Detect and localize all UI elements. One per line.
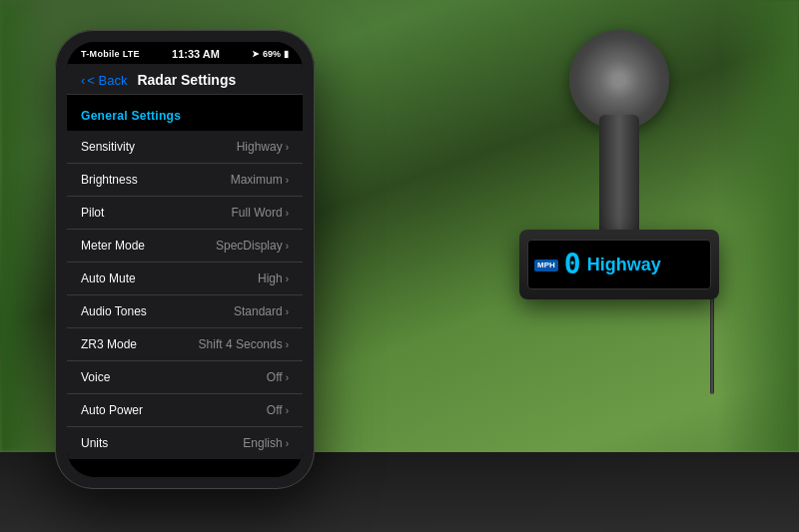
auto-power-label: Auto Power	[81, 403, 143, 417]
brightness-label: Brightness	[81, 173, 138, 187]
phone: T-Mobile LTE 11:33 AM ➤ 69% ▮ ‹ < Back R…	[55, 30, 315, 489]
settings-row-meter-mode[interactable]: Meter Mode SpecDisplay ›	[67, 230, 303, 263]
settings-row-zr3-mode[interactable]: ZR3 Mode Shift 4 Seconds ›	[67, 328, 303, 361]
chevron-icon: ›	[286, 306, 289, 317]
brightness-value: Maximum ›	[231, 173, 289, 187]
zr3-mode-value: Shift 4 Seconds ›	[199, 337, 289, 351]
mph-badge: MPH	[534, 260, 558, 271]
chevron-icon: ›	[286, 405, 289, 416]
battery-area: ➤ 69% ▮	[252, 49, 289, 59]
sensitivity-value: Highway ›	[237, 140, 289, 154]
time-label: 11:33 AM	[172, 48, 220, 60]
power-cable	[710, 294, 714, 394]
auto-power-value: Off ›	[267, 403, 289, 417]
back-label: < Back	[87, 73, 127, 88]
battery-label: 69%	[263, 49, 281, 59]
settings-row-sensitivity[interactable]: Sensitivity Highway ›	[67, 131, 303, 164]
auto-mute-value: High ›	[258, 271, 289, 285]
foliage-left	[0, 0, 50, 452]
radar-mode: Highway	[587, 255, 704, 275]
zr3-mode-label: ZR3 Mode	[81, 337, 137, 351]
chevron-icon: ›	[286, 438, 289, 449]
meter-mode-value: SpecDisplay ›	[216, 239, 289, 253]
settings-list: Sensitivity Highway › Brightness Maximum…	[67, 131, 303, 459]
audio-tones-value: Standard ›	[234, 304, 289, 318]
chevron-icon: ›	[286, 241, 289, 252]
chevron-icon: ›	[286, 142, 289, 153]
voice-label: Voice	[81, 370, 110, 384]
foliage-right	[719, 0, 799, 452]
settings-row-pilot[interactable]: Pilot Full Word ›	[67, 197, 303, 230]
settings-row-voice[interactable]: Voice Off ›	[67, 361, 303, 394]
chevron-icon: ›	[286, 372, 289, 383]
units-label: Units	[81, 436, 108, 450]
sensitivity-label: Sensitivity	[81, 140, 135, 154]
carrier-label: T-Mobile LTE	[81, 49, 140, 59]
chevron-icon: ›	[286, 175, 289, 186]
battery-icon: ▮	[284, 49, 289, 59]
pilot-value: Full Word ›	[232, 206, 289, 220]
settings-row-auto-power[interactable]: Auto Power Off ›	[67, 394, 303, 427]
section-header: General Settings	[67, 105, 303, 131]
units-value: English ›	[243, 436, 289, 450]
suction-center	[599, 60, 639, 100]
audio-tones-label: Audio Tones	[81, 304, 147, 318]
phone-wrapper: T-Mobile LTE 11:33 AM ➤ 69% ▮ ‹ < Back R…	[55, 30, 315, 489]
settings-row-audio-tones[interactable]: Audio Tones Standard ›	[67, 295, 303, 328]
chevron-icon: ›	[286, 208, 289, 219]
meter-mode-label: Meter Mode	[81, 239, 145, 253]
radar-detector: MPH 0 Highway	[519, 230, 719, 299]
back-chevron-icon: ‹	[81, 73, 85, 88]
status-bar: T-Mobile LTE 11:33 AM ➤ 69% ▮	[67, 42, 303, 64]
nav-arrow-icon: ➤	[252, 49, 260, 59]
chevron-icon: ›	[286, 339, 289, 350]
settings-row-units[interactable]: Units English ›	[67, 427, 303, 459]
pilot-label: Pilot	[81, 206, 104, 220]
phone-screen: T-Mobile LTE 11:33 AM ➤ 69% ▮ ‹ < Back R…	[67, 42, 303, 477]
settings-row-brightness[interactable]: Brightness Maximum ›	[67, 164, 303, 197]
auto-mute-label: Auto Mute	[81, 271, 136, 285]
chevron-icon: ›	[286, 273, 289, 284]
settings-content: General Settings Sensitivity Highway › B…	[67, 95, 303, 477]
nav-bar: ‹ < Back Radar Settings	[67, 64, 303, 95]
radar-speed: 0	[564, 251, 581, 278]
page-title: Radar Settings	[137, 72, 236, 88]
settings-row-auto-mute[interactable]: Auto Mute High ›	[67, 263, 303, 295]
voice-value: Off ›	[267, 370, 289, 384]
back-button[interactable]: ‹ < Back	[81, 73, 127, 88]
radar-display: MPH 0 Highway	[527, 240, 711, 289]
